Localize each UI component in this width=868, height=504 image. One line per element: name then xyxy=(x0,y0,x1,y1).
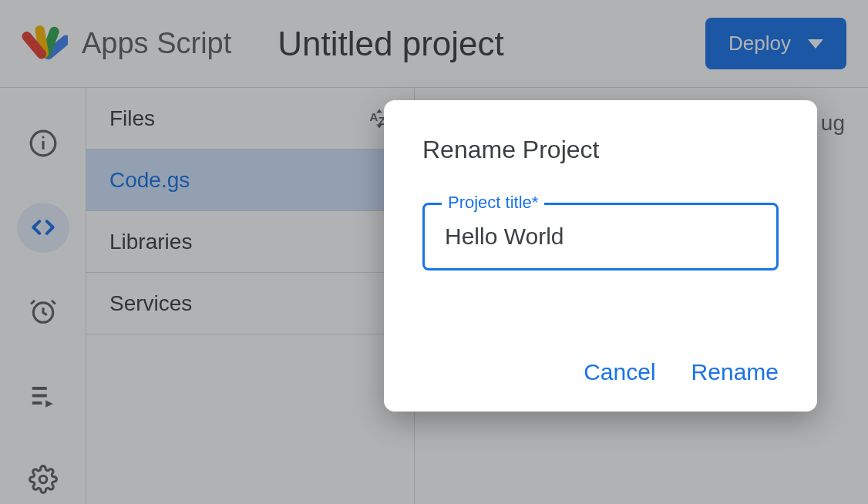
project-title-input[interactable] xyxy=(445,223,756,250)
project-title-field[interactable]: Project title* xyxy=(422,203,779,270)
rename-project-dialog: Rename Project Project title* Cancel Ren… xyxy=(384,100,817,412)
project-title-field-label: Project title* xyxy=(442,193,544,213)
dialog-actions: Cancel Rename xyxy=(422,359,779,385)
rename-button[interactable]: Rename xyxy=(691,359,779,385)
cancel-button[interactable]: Cancel xyxy=(584,359,655,385)
dialog-title: Rename Project xyxy=(422,136,779,164)
